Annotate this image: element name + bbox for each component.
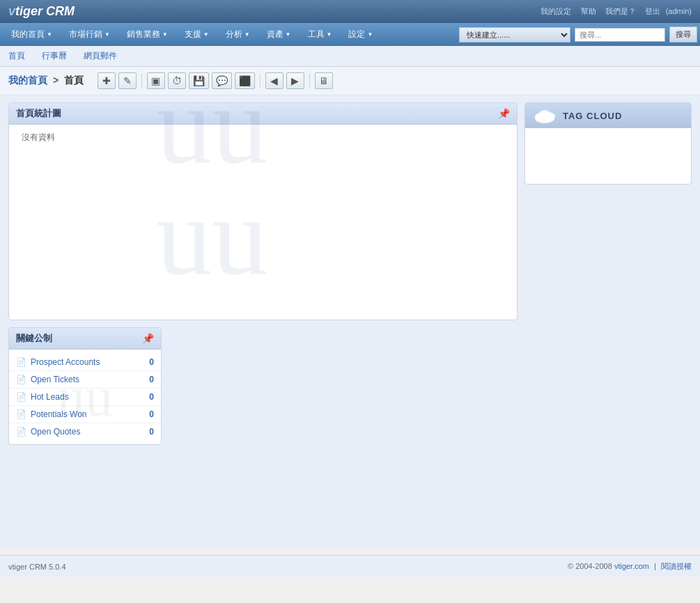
open-tickets-label[interactable]: Open Tickets: [31, 375, 136, 384]
breadcrumb-bar: 我的首頁 > 首頁 ✚ ✎ ▣ ⏱ 💾 💬 ⬛ ◀ ▶ 🖥: [0, 67, 700, 95]
potentials-won-label[interactable]: Potentials Won: [31, 409, 136, 419]
key-metrics-panel: 關鍵公制 📌 uu 📄 Prospect Accounts 0 📄 Open T…: [8, 327, 162, 445]
logout-link[interactable]: 登出: [645, 7, 660, 15]
tag-cloud-body: [525, 128, 691, 184]
add-button[interactable]: ✚: [98, 72, 116, 89]
potentials-won-count: 0: [140, 409, 154, 419]
subnav-calendar[interactable]: 行事曆: [39, 49, 70, 63]
prospect-accounts-icon: 📄: [16, 357, 26, 367]
nav-settings-arrow: ▼: [367, 31, 373, 38]
app-header: vtiger CRM 我的設定 幫助 我們是？ 登出 (admin): [0, 0, 700, 23]
potentials-won-icon: 📄: [16, 409, 26, 419]
breadcrumb-separator: >: [53, 75, 59, 86]
next-button[interactable]: ▶: [286, 72, 304, 89]
nav-support-arrow: ▼: [203, 31, 209, 38]
settings-link[interactable]: 我的設定: [540, 7, 571, 15]
metrics-row: 📄 Open Tickets 0: [9, 371, 161, 389]
export-button[interactable]: ⬛: [235, 72, 255, 89]
footer-license-link[interactable]: 閱讀授權: [661, 562, 692, 570]
left-column: 首頁統計圖 📌 uuuu 沒有資料 關鍵公制 📌 uu 📄 Prospe: [8, 102, 518, 541]
metrics-panel-header: 關鍵公制 📌: [9, 328, 161, 350]
main-navbar: 我的首頁 ▼ 市場行銷 ▼ 銷售業務 ▼ 支援 ▼ 分析 ▼ 資產 ▼ 工具 ▼…: [0, 23, 700, 46]
open-tickets-icon: 📄: [16, 375, 26, 384]
toolbar: ✚ ✎ ▣ ⏱ 💾 💬 ⬛ ◀ ▶ 🖥: [98, 72, 333, 89]
main-content: 首頁統計圖 📌 uuuu 沒有資料 關鍵公制 📌 uu 📄 Prospe: [0, 95, 700, 548]
widget-button[interactable]: ▣: [147, 72, 165, 89]
nav-marketing-arrow: ▼: [104, 31, 110, 38]
breadcrumb: 我的首頁 > 首頁: [8, 75, 84, 87]
footer-copyright-text: © 2004-2008: [568, 562, 612, 570]
breadcrumb-home-link[interactable]: 我的首頁: [8, 75, 47, 86]
metrics-panel-pin-icon[interactable]: 📌: [142, 333, 154, 344]
hot-leads-count: 0: [140, 392, 154, 402]
open-tickets-count: 0: [140, 375, 154, 384]
open-quotes-icon: 📄: [16, 427, 26, 437]
tag-cloud-title: TAG CLOUD: [563, 111, 622, 121]
quick-create-container: 快速建立...... 搜尋: [459, 26, 697, 42]
user-label: (admin): [666, 7, 692, 15]
nav-my-home-arrow: ▼: [47, 31, 52, 38]
edit-button[interactable]: ✎: [118, 72, 137, 89]
stats-panel-pin-icon[interactable]: 📌: [498, 108, 510, 119]
monitor-button[interactable]: 🖥: [315, 72, 333, 89]
metrics-row: 📄 Open Quotes 0: [9, 423, 161, 440]
save-button[interactable]: 💾: [189, 72, 209, 89]
nav-marketing[interactable]: 市場行銷 ▼: [61, 23, 118, 46]
help-link[interactable]: 幫助: [581, 7, 596, 15]
open-quotes-count: 0: [140, 427, 154, 437]
nav-support[interactable]: 支援 ▼: [176, 23, 217, 46]
footer-copyright: © 2004-2008 vtiger.com | 閱讀授權: [568, 561, 692, 572]
breadcrumb-current: 首頁: [64, 75, 84, 86]
prospect-accounts-count: 0: [140, 357, 154, 367]
nav-my-home[interactable]: 我的首頁 ▼: [3, 23, 61, 46]
open-quotes-label[interactable]: Open Quotes: [31, 427, 136, 437]
metrics-list: 📄 Prospect Accounts 0 📄 Open Tickets 0 📄…: [9, 350, 161, 444]
metrics-row: 📄 Potentials Won 0: [9, 406, 161, 423]
toolbar-divider-2: [260, 74, 260, 88]
hot-leads-label[interactable]: Hot Leads: [31, 392, 136, 402]
nav-assets-arrow: ▼: [286, 31, 291, 38]
search-input[interactable]: [575, 28, 665, 42]
stats-watermark: uuuu: [157, 102, 268, 292]
chat-button[interactable]: 💬: [212, 72, 232, 89]
footer-version: vtiger CRM 5.0.4: [8, 563, 66, 571]
tag-cloud-panel: TAG CLOUD: [524, 102, 692, 185]
subnav-email[interactable]: 網頁郵件: [81, 49, 120, 63]
svg-point-3: [539, 110, 550, 118]
nav-sales-arrow: ▼: [162, 31, 168, 38]
nav-settings[interactable]: 設定 ▼: [340, 23, 381, 46]
nav-assets[interactable]: 資產 ▼: [258, 23, 300, 46]
search-button[interactable]: 搜尋: [669, 26, 697, 42]
logo-v: v: [8, 4, 15, 18]
right-column: TAG CLOUD: [524, 102, 692, 541]
quick-create-select[interactable]: 快速建立......: [459, 27, 570, 42]
prospect-accounts-label[interactable]: Prospect Accounts: [31, 357, 136, 367]
footer-site-link[interactable]: vtiger.com: [614, 562, 649, 570]
stats-panel-body: uuuu 沒有資料: [9, 125, 517, 320]
stats-panel-header: 首頁統計圖 📌: [9, 103, 517, 125]
toolbar-divider-1: [141, 74, 142, 88]
subnav-home[interactable]: 首頁: [6, 49, 28, 63]
cloud-icon: [532, 107, 557, 124]
stats-panel: 首頁統計圖 📌 uuuu 沒有資料: [8, 102, 518, 320]
footer-separator: |: [654, 562, 656, 570]
prev-button[interactable]: ◀: [265, 72, 283, 89]
no-data-label: 沒有資料: [16, 127, 61, 148]
nav-analysis-arrow: ▼: [244, 31, 250, 38]
header-links: 我的設定 幫助 我們是？ 登出 (admin): [534, 6, 692, 17]
nav-analysis[interactable]: 分析 ▼: [217, 23, 258, 46]
app-footer: vtiger CRM 5.0.4 © 2004-2008 vtiger.com …: [0, 555, 700, 577]
about-link[interactable]: 我們是？: [605, 7, 636, 15]
metrics-panel-title: 關鍵公制: [16, 332, 52, 345]
toolbar-divider-3: [309, 74, 310, 88]
nav-tools-arrow: ▼: [327, 31, 332, 38]
nav-tools[interactable]: 工具 ▼: [300, 23, 341, 46]
app-logo: vtiger CRM: [8, 4, 75, 19]
stats-panel-title: 首頁統計圖: [16, 107, 61, 120]
nav-sales[interactable]: 銷售業務 ▼: [118, 23, 176, 46]
clock-button[interactable]: ⏱: [168, 72, 186, 89]
sub-navbar: 首頁 行事曆 網頁郵件: [0, 46, 700, 67]
metrics-panel-body: uu 📄 Prospect Accounts 0 📄 Open Tickets …: [9, 350, 161, 444]
metrics-row: 📄 Hot Leads 0: [9, 389, 161, 406]
tag-cloud-header: TAG CLOUD: [525, 103, 691, 128]
